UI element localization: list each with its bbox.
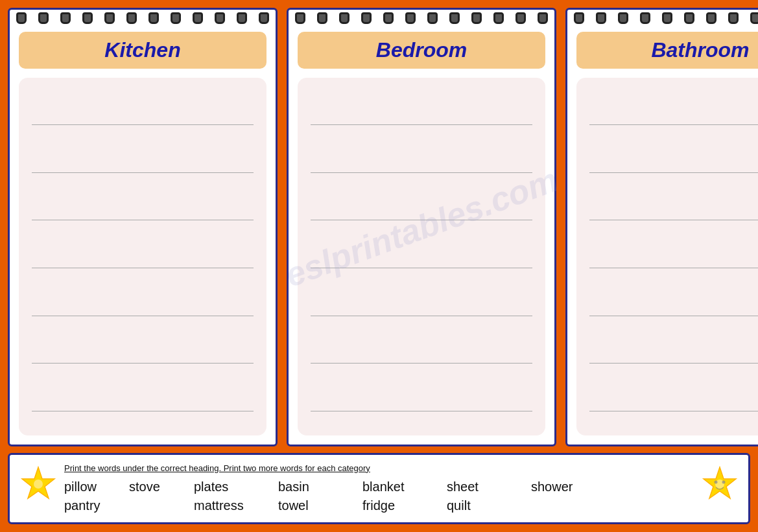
ring	[171, 12, 181, 24]
ring	[60, 12, 71, 24]
instruction-text: Print the words under the correct headin…	[64, 463, 694, 473]
line	[589, 293, 758, 316]
ring	[662, 12, 672, 24]
ring	[640, 12, 650, 24]
word-pantry: pantry	[64, 497, 129, 515]
word-basin: basin	[278, 478, 362, 496]
ring	[126, 12, 137, 24]
line	[32, 293, 254, 316]
ring	[259, 12, 269, 24]
ring	[16, 12, 27, 24]
ring	[449, 12, 460, 24]
ring	[471, 12, 482, 24]
line	[32, 197, 254, 220]
ring	[82, 12, 93, 24]
word-empty-1	[129, 497, 194, 515]
ring	[515, 12, 526, 24]
ring	[728, 12, 739, 24]
line	[589, 197, 758, 220]
ring	[193, 12, 203, 24]
rings-bathroom	[567, 10, 758, 27]
word-sheet: sheet	[447, 478, 531, 496]
line	[589, 102, 758, 125]
ring	[148, 12, 159, 24]
ring	[295, 12, 305, 24]
word-shower: shower	[531, 478, 596, 496]
line	[589, 340, 758, 364]
word-plates: plates	[194, 478, 278, 496]
svg-point-4	[715, 480, 718, 483]
line	[32, 102, 254, 125]
ring	[317, 12, 327, 24]
ring	[383, 12, 394, 24]
kitchen-title-box: Kitchen	[19, 32, 266, 69]
star-right-icon	[700, 466, 739, 512]
ring	[574, 12, 584, 24]
rings-bedroom	[289, 10, 554, 27]
ring	[215, 12, 225, 24]
ring	[684, 12, 694, 24]
notebooks-row: Kitchen eslprintables.com	[8, 8, 750, 446]
word-bank-content: Print the words under the correct headin…	[64, 463, 694, 515]
main-container: Kitchen eslprintables.com	[8, 8, 750, 524]
svg-point-1	[34, 480, 43, 489]
line	[32, 150, 254, 173]
line	[589, 245, 758, 268]
ring	[706, 12, 717, 24]
ring	[618, 12, 628, 24]
line	[311, 340, 532, 364]
bedroom-lines-box	[298, 78, 545, 435]
ring	[104, 12, 115, 24]
line	[32, 340, 254, 364]
line	[311, 388, 532, 411]
star-left-icon	[19, 466, 58, 512]
ring	[538, 12, 548, 24]
line	[311, 293, 532, 316]
ring	[339, 12, 349, 24]
ring	[237, 12, 247, 24]
svg-point-5	[722, 480, 726, 483]
notebook-bathroom: Bathroom	[565, 8, 758, 446]
ring	[750, 12, 758, 24]
word-mattress: mattress	[194, 497, 278, 515]
rings-kitchen	[10, 10, 276, 27]
notebook-bedroom: eslprintables.com Bedroom	[287, 8, 556, 446]
line	[311, 245, 532, 268]
word-fridge: fridge	[362, 497, 447, 515]
ring	[361, 12, 372, 24]
word-towel: towel	[278, 497, 362, 515]
word-stove: stove	[129, 478, 194, 496]
kitchen-title: Kitchen	[104, 38, 180, 62]
words-row-2: pantry mattress towel fridge quilt	[64, 497, 694, 515]
bedroom-title-box: Bedroom	[298, 32, 545, 69]
word-bank: Print the words under the correct headin…	[8, 453, 750, 524]
line	[311, 197, 532, 220]
word-pillow: pillow	[64, 478, 129, 496]
word-quilt: quilt	[447, 497, 531, 515]
ring	[405, 12, 416, 24]
ring	[427, 12, 438, 24]
ring	[38, 12, 49, 24]
ring	[596, 12, 606, 24]
line	[32, 388, 254, 411]
ring	[493, 12, 504, 24]
line	[311, 150, 532, 173]
line	[589, 150, 758, 173]
bathroom-title: Bathroom	[651, 38, 749, 62]
kitchen-lines-box	[19, 78, 266, 435]
line	[311, 102, 532, 125]
notebook-kitchen: Kitchen	[8, 8, 278, 446]
line	[589, 388, 758, 411]
line	[32, 245, 254, 268]
bedroom-title: Bedroom	[376, 38, 467, 62]
words-row-1: pillow stove plates basin blanket sheet …	[64, 478, 694, 496]
word-blanket: blanket	[362, 478, 447, 496]
bathroom-title-box: Bathroom	[576, 32, 758, 69]
bathroom-lines-box	[576, 78, 758, 435]
